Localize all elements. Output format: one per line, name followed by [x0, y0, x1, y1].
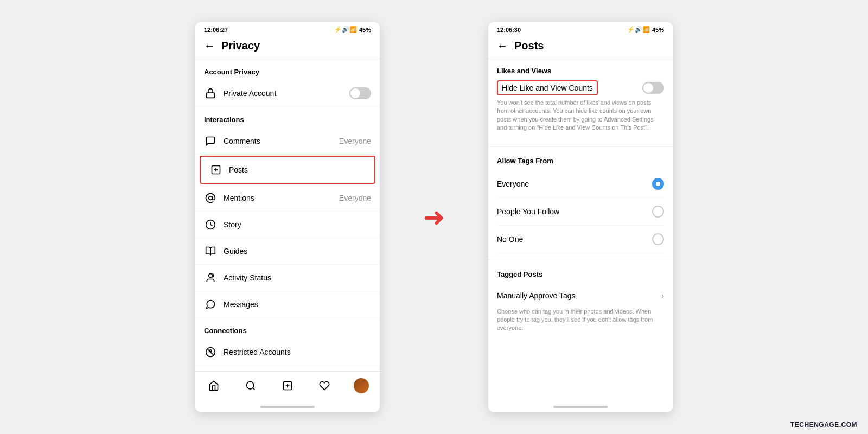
bottom-nav-left	[195, 371, 380, 401]
manually-approve-label: Manually Approve Tags	[497, 291, 576, 300]
nav-heart[interactable]	[314, 375, 335, 397]
activity-status-label: Activity Status	[224, 273, 371, 282]
allow-tags-title: Allow Tags From	[497, 157, 664, 165]
guides-icon	[204, 245, 217, 258]
mentions-value: Everyone	[339, 194, 371, 202]
mentions-icon	[204, 192, 217, 205]
page-title-right: Posts	[514, 40, 544, 52]
guides-label: Guides	[224, 247, 371, 256]
mentions-label: Mentions	[224, 194, 339, 202]
time-left: 12:06:27	[204, 27, 228, 33]
likes-description: You won't see the total number of likes …	[497, 99, 664, 132]
comments-label: Comments	[224, 137, 339, 145]
tagged-posts-title: Tagged Posts	[497, 270, 664, 278]
radio-people-follow-label: People You Follow	[497, 207, 559, 216]
radio-everyone-label: Everyone	[497, 180, 529, 188]
left-content: Account Privacy Private Account Interact…	[195, 59, 380, 371]
messages-icon	[204, 298, 217, 311]
radio-no-one-label: No One	[497, 235, 523, 244]
right-arrow-icon: ➜	[423, 202, 445, 232]
left-phone: 12:06:27 ⚡🔊📶 45% ← Privacy Account Priva…	[195, 22, 380, 412]
watermark: TECHENGAGE.COM	[790, 421, 857, 429]
tagged-posts-section: Tagged Posts Manually Approve Tags › Cho…	[488, 263, 673, 344]
section-connections: Connections	[195, 318, 380, 339]
status-bar-right: 12:06:30 ⚡🔊📶 45%	[488, 22, 673, 35]
private-account-label: Private Account	[224, 89, 349, 98]
restricted-icon	[204, 346, 217, 359]
menu-item-blocked[interactable]: Blocked Accounts	[195, 366, 380, 371]
hide-like-label: Hide Like and View Counts	[502, 84, 593, 92]
nav-add[interactable]	[277, 375, 298, 397]
story-icon	[204, 218, 217, 231]
radio-people-follow-circle	[652, 206, 664, 218]
menu-item-posts-wrapper: Posts	[200, 156, 375, 184]
svg-rect-0	[207, 93, 215, 98]
nav-search[interactable]	[240, 375, 261, 397]
arrow-container: ➜	[412, 202, 456, 232]
divider-1	[488, 146, 673, 147]
svg-point-6	[209, 274, 213, 278]
svg-point-9	[209, 350, 211, 352]
battery-left: ⚡🔊📶 45%	[334, 26, 371, 33]
hide-like-row: Hide Like and View Counts	[497, 80, 664, 95]
svg-point-4	[209, 196, 213, 200]
svg-line-16	[253, 387, 255, 390]
manually-approve-row[interactable]: Manually Approve Tags ›	[497, 284, 664, 308]
nav-profile[interactable]	[350, 375, 372, 397]
back-button-left[interactable]: ←	[204, 40, 215, 52]
hide-like-highlight: Hide Like and View Counts	[497, 80, 598, 95]
home-indicator-left	[195, 401, 380, 412]
nav-header-right: ← Posts	[488, 35, 673, 59]
menu-item-comments[interactable]: Comments Everyone	[195, 128, 380, 155]
hide-like-toggle[interactable]	[642, 82, 664, 94]
radio-everyone-circle	[652, 178, 664, 190]
likes-views-title: Likes and Views	[497, 67, 664, 75]
radio-no-one[interactable]: No One	[497, 226, 664, 253]
menu-item-mentions[interactable]: Mentions Everyone	[195, 185, 380, 212]
right-content: Likes and Views Hide Like and View Count…	[488, 59, 673, 401]
private-account-toggle[interactable]	[349, 87, 371, 99]
chevron-right-icon: ›	[661, 291, 664, 300]
status-bar-left: 12:06:27 ⚡🔊📶 45%	[195, 22, 380, 35]
nav-header-left: ← Privacy	[195, 35, 380, 59]
messages-label: Messages	[224, 300, 371, 309]
posts-label: Posts	[229, 165, 366, 174]
svg-point-15	[247, 381, 254, 388]
radio-no-one-circle	[652, 233, 664, 245]
restricted-label: Restricted Accounts	[224, 348, 371, 356]
battery-right: ⚡🔊📶 45%	[627, 26, 664, 33]
menu-item-story[interactable]: Story	[195, 212, 380, 238]
lock-icon	[204, 87, 217, 100]
menu-item-restricted[interactable]: Restricted Accounts	[195, 339, 380, 366]
comments-value: Everyone	[339, 137, 371, 145]
radio-everyone[interactable]: Everyone	[497, 170, 664, 198]
nav-home[interactable]	[203, 375, 225, 397]
comment-icon	[204, 135, 217, 148]
allow-tags-section: Allow Tags From Everyone People You Foll…	[488, 149, 673, 258]
posts-icon	[209, 163, 222, 176]
menu-item-activity-status[interactable]: Activity Status	[195, 265, 380, 291]
likes-views-section: Likes and Views Hide Like and View Count…	[488, 59, 673, 144]
home-indicator-right	[488, 401, 673, 412]
menu-item-messages[interactable]: Messages	[195, 291, 380, 318]
section-account-privacy: Account Privacy	[195, 59, 380, 80]
menu-item-posts[interactable]: Posts	[201, 157, 374, 183]
section-interactions: Interactions	[195, 107, 380, 128]
activity-status-icon	[204, 271, 217, 284]
story-label: Story	[224, 220, 371, 229]
tagged-posts-description: Choose who can tag you in their photos a…	[497, 308, 664, 333]
menu-item-private-account[interactable]: Private Account	[195, 80, 380, 107]
time-right: 12:06:30	[497, 27, 521, 33]
page-title-left: Privacy	[221, 40, 260, 52]
right-phone: 12:06:30 ⚡🔊📶 45% ← Posts Likes and Views…	[488, 22, 673, 412]
menu-item-guides[interactable]: Guides	[195, 238, 380, 265]
back-button-right[interactable]: ←	[497, 40, 508, 52]
radio-people-follow[interactable]: People You Follow	[497, 198, 664, 226]
divider-2	[488, 260, 673, 260]
